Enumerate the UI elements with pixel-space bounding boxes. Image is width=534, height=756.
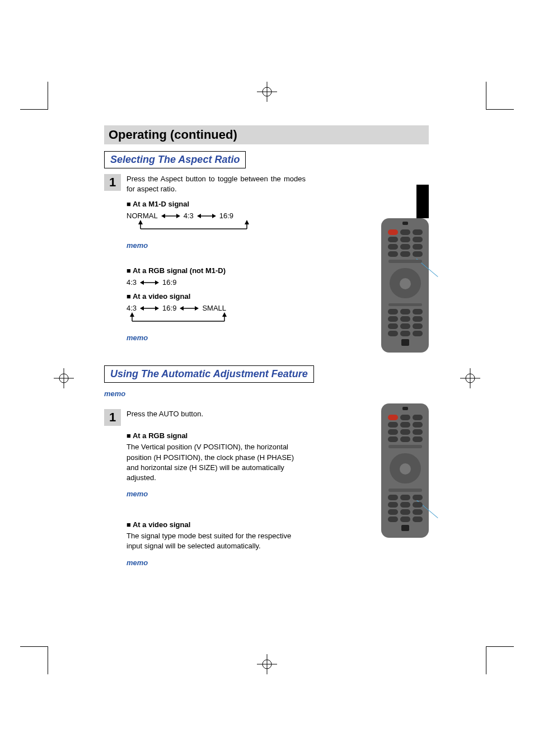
step-intro-text: Press the Aspect button to toggle betwee… (127, 174, 306, 194)
crop-mark-tr (486, 82, 514, 110)
svg-marker-24 (140, 280, 144, 285)
section-auto-adjust: Using The Automatic Adjustment Feature m… (104, 359, 429, 566)
double-arrow-icon (140, 279, 159, 286)
svg-marker-36 (222, 312, 227, 317)
main-heading: Operating (continued) (104, 125, 429, 144)
ir-window-icon (402, 222, 408, 225)
registration-mark-right (460, 368, 480, 388)
m1d-toggle-line: NORMAL 4:3 16:9 (127, 212, 429, 220)
svg-marker-31 (195, 306, 199, 311)
m1d-opt-43: 4:3 (184, 212, 194, 220)
svg-marker-14 (176, 214, 180, 218)
double-arrow-icon (161, 213, 180, 219)
crop-mark-br (486, 646, 514, 674)
memo-label: memo (104, 389, 429, 398)
m1d-opt-normal: NORMAL (127, 212, 158, 220)
step-intro-text: Press the AUTO button. (127, 409, 203, 419)
section-aspect-ratio: Selecting The Aspect Ratio 1 Press the A… (104, 144, 429, 342)
step-number: 1 (104, 174, 121, 191)
remote-buttons (385, 229, 425, 347)
rgb-opt-43: 4:3 (127, 278, 137, 287)
page: Operating (continued) Selecting The Aspe… (0, 0, 534, 756)
svg-marker-25 (155, 280, 159, 285)
registration-mark-bottom (257, 654, 277, 674)
double-arrow-icon (140, 305, 159, 312)
video-opt-169: 16:9 (162, 304, 176, 312)
auto-video-body: The signal type mode best suited for the… (127, 531, 306, 551)
loop-arrow-icon (127, 220, 255, 232)
ir-window-icon (402, 407, 408, 410)
video-opt-43: 4:3 (127, 304, 137, 312)
step-row: 1 Press the AUTO button. (104, 409, 429, 426)
m1d-heading: At a M1-D signal (127, 200, 429, 208)
video-opt-small: SMALL (202, 304, 226, 312)
registration-mark-top (257, 82, 277, 102)
content-area: Operating (continued) Selecting The Aspe… (104, 125, 429, 611)
registration-mark-left (54, 368, 74, 388)
svg-marker-22 (245, 220, 249, 224)
svg-marker-27 (140, 306, 144, 311)
auto-rgb-body: The Vertical position (V POSITION), the … (127, 442, 306, 483)
m1d-opt-169: 16:9 (219, 212, 233, 220)
double-arrow-icon (197, 213, 216, 219)
svg-marker-16 (197, 214, 201, 218)
memo-label: memo (127, 558, 429, 567)
svg-marker-28 (155, 306, 159, 311)
svg-marker-13 (161, 214, 165, 218)
crop-mark-tl (20, 82, 48, 110)
double-arrow-icon (180, 305, 199, 312)
remote-buttons (385, 415, 425, 532)
crop-mark-bl (20, 646, 48, 674)
section-title-auto: Using The Automatic Adjustment Feature (104, 365, 314, 383)
step-row: 1 Press the Aspect button to toggle betw… (104, 174, 429, 194)
remote-illustration (381, 403, 429, 538)
svg-marker-17 (212, 214, 216, 218)
rgb-opt-169: 16:9 (162, 278, 176, 287)
remote-illustration (381, 218, 429, 353)
loop-arrow-icon (127, 312, 238, 325)
step-number: 1 (104, 409, 121, 426)
svg-marker-30 (180, 306, 184, 311)
section-title-aspect: Selecting The Aspect Ratio (104, 151, 246, 168)
